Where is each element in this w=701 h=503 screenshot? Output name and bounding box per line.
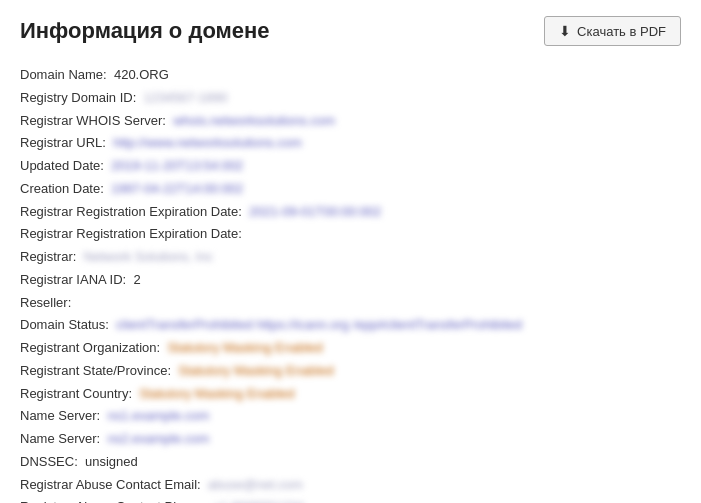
row-value: unsigned (85, 451, 138, 474)
row-label: Domain Name: (20, 64, 114, 87)
table-row: Registrar Abuse Contact Email: abuse@net… (20, 474, 681, 497)
download-label: Скачать в PDF (577, 24, 666, 39)
row-value: Network Solutions, Inc (84, 246, 213, 269)
table-row: Name Server: ns1.example.com (20, 405, 681, 428)
row-value: +1.8005551234 (213, 496, 304, 503)
row-label: Creation Date: (20, 178, 111, 201)
table-row: Name Server: ns2.example.com (20, 428, 681, 451)
row-label: Registrar Abuse Contact Phone: (20, 496, 213, 503)
row-value: 420.ORG (114, 64, 169, 87)
row-label: Registrar URL: (20, 132, 113, 155)
row-label: Registrar Abuse Contact Email: (20, 474, 208, 497)
row-label: Updated Date: (20, 155, 111, 178)
row-value: 2 (133, 269, 140, 292)
row-value: Statutory Masking Enabled (178, 360, 333, 383)
row-label: Registrar Registration Expiration Date: (20, 223, 249, 246)
row-value: ns2.example.com (107, 428, 209, 451)
row-value: Statutory Masking Enabled (167, 337, 322, 360)
table-row: DNSSEC: unsigned (20, 451, 681, 474)
table-row: Registrant Country: Statutory Masking En… (20, 383, 681, 406)
download-pdf-button[interactable]: ⬇ Скачать в PDF (544, 16, 681, 46)
row-value: 2019-11-20T13:54:002 (111, 155, 243, 178)
table-row: Registrar Abuse Contact Phone: +1.800555… (20, 496, 681, 503)
table-row: Reseller: (20, 292, 681, 315)
row-label: Registrant Country: (20, 383, 139, 406)
table-row: Updated Date: 2019-11-20T13:54:002 (20, 155, 681, 178)
row-value: http://www.networksolutions.com (113, 132, 302, 155)
table-row: Domain Name: 420.ORG (20, 64, 681, 87)
row-label: DNSSEC: (20, 451, 85, 474)
row-label: Reseller: (20, 292, 79, 315)
table-row: Registrant Organization: Statutory Maski… (20, 337, 681, 360)
table-row: Registrar WHOIS Server: whois.networksol… (20, 110, 681, 133)
table-row: Registry Domain ID: 1234567-1890 (20, 87, 681, 110)
domain-info-block: Domain Name: 420.ORGRegistry Domain ID: … (20, 64, 681, 503)
row-value: clientTransferProhibited https://icann.o… (116, 314, 522, 337)
row-label: Registrar WHOIS Server: (20, 110, 173, 133)
table-row: Creation Date: 1997-04-22T14:00:002 (20, 178, 681, 201)
table-row: Registrar URL: http://www.networksolutio… (20, 132, 681, 155)
row-value: 2021-09-01T00:00:002 (249, 201, 381, 224)
row-value: 1997-04-22T14:00:002 (111, 178, 243, 201)
row-label: Registrar IANA ID: (20, 269, 133, 292)
row-label: Domain Status: (20, 314, 116, 337)
row-label: Registrant State/Province: (20, 360, 178, 383)
row-label: Registrar: (20, 246, 84, 269)
row-value: abuse@net.com (208, 474, 303, 497)
page-title: Информация о домене (20, 18, 270, 44)
page-header: Информация о домене ⬇ Скачать в PDF (20, 16, 681, 46)
row-label: Name Server: (20, 405, 107, 428)
table-row: Registrar IANA ID: 2 (20, 269, 681, 292)
row-value: ns1.example.com (107, 405, 209, 428)
table-row: Domain Status: clientTransferProhibited … (20, 314, 681, 337)
row-label: Registry Domain ID: (20, 87, 144, 110)
download-icon: ⬇ (559, 23, 571, 39)
row-label: Name Server: (20, 428, 107, 451)
table-row: Registrant State/Province: Statutory Mas… (20, 360, 681, 383)
row-value: Statutory Masking Enabled (139, 383, 294, 406)
table-row: Registrar Registration Expiration Date: (20, 223, 681, 246)
row-value: whois.networksolutions.com (173, 110, 335, 133)
row-value: 1234567-1890 (144, 87, 228, 110)
table-row: Registrar: Network Solutions, Inc (20, 246, 681, 269)
row-label: Registrant Organization: (20, 337, 167, 360)
row-label: Registrar Registration Expiration Date: (20, 201, 249, 224)
table-row: Registrar Registration Expiration Date: … (20, 201, 681, 224)
